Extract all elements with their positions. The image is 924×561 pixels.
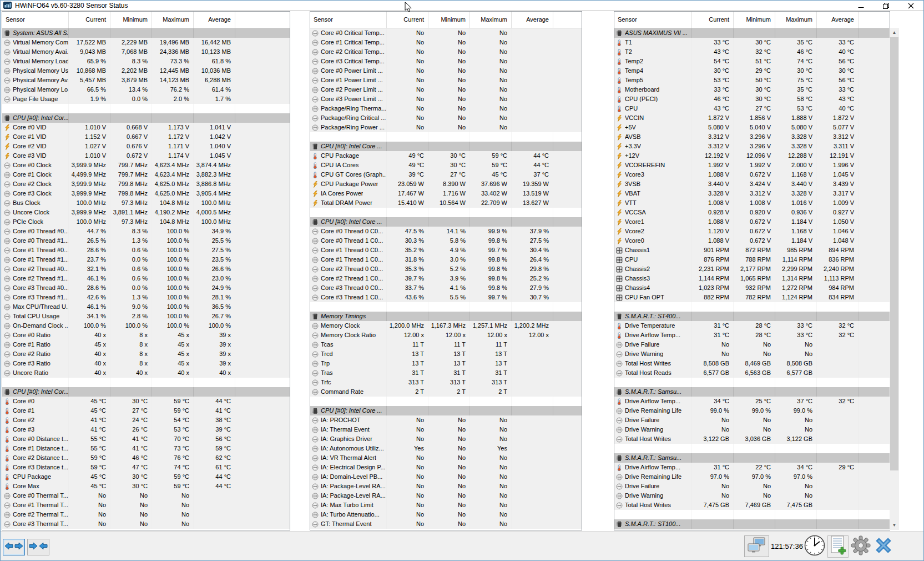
sensor-row[interactable]: PCIe Clock100.0 MHz97.3 MHz104.8 MHz100.… xyxy=(2,217,290,227)
sensor-row[interactable]: Vcore11.088 V0.672 V1.184 V1.050 V xyxy=(614,217,890,227)
sensor-row[interactable]: Core #3 Thread #0...28.6 %0.0 %100.0 %24… xyxy=(2,283,290,293)
sensor-row[interactable]: Drive Airflow Temp...34 °C25 °C37 °C32 °… xyxy=(614,397,890,406)
sensor-row[interactable]: CPU43 °C27 °C53 °C40 °C xyxy=(614,104,890,113)
sensor-row[interactable]: Core #3 VID1.010 V0.672 V1.174 V1.045 V xyxy=(2,151,290,161)
section-header-row[interactable]: CPU [#0]: Intel Cor... xyxy=(2,113,290,123)
sensor-row[interactable]: Package/Ring Power ...NoNoNo xyxy=(310,123,582,132)
sensor-row[interactable]: Drive Temperature31 °C28 °C33 °C32 °C xyxy=(614,321,890,330)
scroll-down-arrow-icon[interactable]: ▼ xyxy=(890,520,899,530)
sensor-row[interactable]: Vcore31.088 V0.672 V1.168 V1.045 V xyxy=(614,170,890,179)
sensor-row[interactable]: Core #1 Thread #0...28.6 %0.6 %100.0 %27… xyxy=(2,246,290,255)
sensor-row[interactable]: VCCSA0.928 V0.920 V0.936 V0.927 V xyxy=(614,208,890,217)
section-header-row[interactable]: CPU [#0]: Intel Core ... xyxy=(310,406,582,415)
col-header-current[interactable]: Current xyxy=(387,12,428,28)
sensor-row[interactable]: Core #1 Power Limit ...NoNoNo xyxy=(310,76,582,85)
sensor-row[interactable]: Uncore Ratio40 x40 x40 x40 x xyxy=(2,368,290,378)
sensor-row[interactable]: IA: Domain-Level PB...NoNoNo xyxy=(310,472,582,482)
sensor-row[interactable]: Uncore Clock3,999.9 MHz3,891.1 MHz4,190.… xyxy=(2,208,290,217)
sensor-row[interactable]: Package/Ring Therma...NoNoNo xyxy=(310,104,582,113)
sensor-row[interactable]: Total Host Writes3,122 GB3,036 GB3,122 G… xyxy=(614,434,890,444)
sensor-row[interactable]: CPU Package45 °C30 °C59 °C44 °C xyxy=(2,472,290,482)
sensor-row[interactable]: Vcore01.088 V0.672 V1.184 V1.048 V xyxy=(614,236,890,246)
sensor-row[interactable]: Core #1 Critical Temp...NoNoNo xyxy=(310,38,582,47)
sensor-row[interactable]: AVSB3.312 V3.296 V3.328 V3.312 V xyxy=(614,132,890,142)
col-header-maximum[interactable]: Maximum xyxy=(152,12,194,28)
sensor-row[interactable]: Temp254 °C51 °C74 °C56 °C xyxy=(614,57,890,66)
sensor-row[interactable]: Max CPU/Thread U...46.1 %9.0 %100.0 %36.… xyxy=(2,302,290,312)
column-header-row[interactable]: Sensor Current Minimum Maximum Average xyxy=(310,12,582,28)
sensor-row[interactable]: VCCIN1.872 V1.856 V1.888 V1.872 V xyxy=(614,113,890,123)
sensor-row[interactable]: Core #1 Thread #1...23.7 %0.0 %100.0 %23… xyxy=(2,255,290,264)
column-header-row[interactable]: Sensor Current Minimum Maximum Average xyxy=(2,12,290,28)
sensor-row[interactable]: Motherboard33 °C30 °C35 °C33 °C xyxy=(614,85,890,94)
sensor-row[interactable]: IA: Turbo Attenuatio...NoNoNo xyxy=(310,510,582,519)
sensor-row[interactable]: Total CPU Usage34.1 %2.8 %100.0 %26.7 % xyxy=(2,312,290,321)
sensor-row[interactable]: CPU Package49 °C30 °C59 °C44 °C xyxy=(310,151,582,161)
titlebar[interactable]: HWiNFO64 v5.60-3280 Sensor Status xyxy=(1,1,923,11)
sensor-row[interactable]: Core #0 Clock3,999.9 MHz799.7 MHz4,623.4… xyxy=(2,161,290,170)
sensor-row[interactable]: Core Max45 °C30 °C59 °C44 °C xyxy=(2,482,290,491)
sensor-row[interactable]: Core #3 Thread 1 C0...43.6 %5.5 %99.7 %3… xyxy=(310,293,582,302)
sensor-row[interactable]: Core #0 Power Limit ...NoNoNo xyxy=(310,66,582,76)
sensor-row[interactable]: VTT1.008 V1.008 V1.016 V1.009 V xyxy=(614,198,890,208)
section-header-row[interactable]: Memory Timings xyxy=(310,312,582,321)
sensor-row[interactable]: IA Cores Power17.467 W1.716 W33.402 W13.… xyxy=(310,189,582,198)
sensor-row[interactable]: Drive Airflow Temp...31 °C28 °C33 °C32 °… xyxy=(614,330,890,340)
sensor-row[interactable]: GT: Thermal EventNoNoNo xyxy=(310,519,582,529)
sensor-row[interactable]: VBAT3.328 V3.312 V3.328 V3.317 V xyxy=(614,189,890,198)
sensor-row[interactable]: Core #3 Distance t...59 °C47 °C74 °C61 °… xyxy=(2,463,290,472)
col-header-maximum[interactable]: Maximum xyxy=(470,12,512,28)
sensor-row[interactable]: Drive FailureNoNoNo xyxy=(614,482,890,491)
sensor-row[interactable]: Core #3 Power Limit ...NoNoNo xyxy=(310,94,582,104)
sensor-row[interactable]: Core #2 Thread 1 C0...39.7 %3.9 %99.8 %2… xyxy=(310,274,582,283)
sensor-row[interactable]: CPU (PECI)46 °C30 °C58 °C43 °C xyxy=(614,94,890,104)
col-header-sensor[interactable]: Sensor xyxy=(614,12,692,28)
sensor-row[interactable]: Tras31 T31 T31 T xyxy=(310,368,582,378)
sensor-row[interactable]: Core #3 Thread 0 C0...33.7 %4.1 %99.8 %2… xyxy=(310,283,582,293)
sensor-row[interactable]: Total Host Reads6,577 GB6,563 GB6,577 GB xyxy=(614,368,890,378)
sensor-row[interactable]: Core #0 Thread #1...26.5 %1.3 %100.0 %25… xyxy=(2,236,290,246)
collapse-columns-button[interactable] xyxy=(27,539,49,555)
sensor-row[interactable]: T243 °C32 °C46 °C40 °C xyxy=(614,47,890,57)
sensor-row[interactable]: 3VSB3.440 V3.424 V3.440 V3.439 V xyxy=(614,179,890,189)
sensor-row[interactable]: Virtual Memory Avai...9,043 MB7,068 MB24… xyxy=(2,47,290,57)
sensor-row[interactable]: T133 °C30 °C35 °C33 °C xyxy=(614,38,890,47)
sensor-row[interactable]: Drive WarningNoNoNo xyxy=(614,491,890,500)
sensor-row[interactable]: Core #2 Thermal T...NoNoNo xyxy=(2,510,290,519)
sensor-row[interactable]: Core #3 Clock3,999.9 MHz799.8 MHz4,625.0… xyxy=(2,189,290,198)
col-header-current[interactable]: Current xyxy=(692,12,734,28)
col-header-minimum[interactable]: Minimum xyxy=(428,12,470,28)
sensor-row[interactable]: Temp553 °C50 °C75 °C56 °C xyxy=(614,76,890,85)
sensor-row[interactable]: +5V5.080 V5.040 V5.080 V5.077 V xyxy=(614,123,890,132)
sensor-row[interactable]: Core #0 Ratio40 x8 x45 x39 x xyxy=(2,330,290,340)
section-header-row[interactable]: ASUS MAXIMUS VII ... xyxy=(614,28,890,38)
section-header-row[interactable]: CPU [#0]: Intel Core ... xyxy=(310,142,582,151)
sensor-row[interactable]: Total Host Writes7,475 GB7,469 GB7,475 G… xyxy=(614,500,890,510)
sensor-row[interactable]: Physical Memory Used10,868 MB2,202 MB12,… xyxy=(2,66,290,76)
sensor-row[interactable]: Core #045 °C30 °C59 °C44 °C xyxy=(2,397,290,406)
sensor-row[interactable]: Core #0 Thread #0...44.7 %8.3 %100.0 %34… xyxy=(2,227,290,236)
sensor-row[interactable]: CPU Package Power23.059 W8.390 W37.696 W… xyxy=(310,179,582,189)
expand-columns-button[interactable] xyxy=(3,539,25,555)
col-header-maximum[interactable]: Maximum xyxy=(775,12,817,28)
sensor-row[interactable]: Core #0 Distance t...55 °C41 °C70 °C56 °… xyxy=(2,434,290,444)
sensor-row[interactable]: On-Demand Clock ...100.0 %100.0 %100.0 %… xyxy=(2,321,290,330)
sensor-row[interactable]: Core #2 Thread #0...32.1 %0.6 %100.0 %26… xyxy=(2,264,290,274)
section-header-row[interactable]: CPU [#0]: Intel Cor... xyxy=(2,387,290,397)
section-header-row[interactable]: S.M.A.R.T.: ST400... xyxy=(614,312,890,321)
sensor-row[interactable]: +12V12.192 V12.096 V12.288 V12.191 V xyxy=(614,151,890,161)
sensor-row[interactable]: IA: Autonomous Utiliz...YesNoYes xyxy=(310,444,582,453)
sensor-row[interactable]: Chassis41,023 RPM932 RPM1,272 RPM984 RPM xyxy=(614,283,890,293)
report-button[interactable] xyxy=(827,535,849,558)
sensor-row[interactable]: Core #2 Thread #1...46.1 %0.6 %100.0 %23… xyxy=(2,274,290,283)
scroll-thumb[interactable] xyxy=(890,37,898,470)
section-header-row[interactable]: S.M.A.R.T.: Samsu... xyxy=(614,387,890,397)
sensor-row[interactable]: Bus Clock100.0 MHz97.3 MHz104.8 MHz100.0… xyxy=(2,198,290,208)
sensor-row[interactable]: Memory Clock1,200.0 MHz1,167.3 MHz1,257.… xyxy=(310,321,582,330)
sensor-row[interactable]: Core #2 Distance t...59 °C46 °C76 °C62 °… xyxy=(2,453,290,463)
close-sensors-button[interactable] xyxy=(873,535,894,558)
sensor-row[interactable]: Virtual Memory Load65.9 %8.3 %73.3 %61.8… xyxy=(2,57,290,66)
sensor-row[interactable]: Core #3 Thermal T...NoNoNo xyxy=(2,519,290,529)
settings-gear-button[interactable] xyxy=(850,535,872,558)
sensor-row[interactable]: Trfc313 T313 T313 T xyxy=(310,378,582,387)
